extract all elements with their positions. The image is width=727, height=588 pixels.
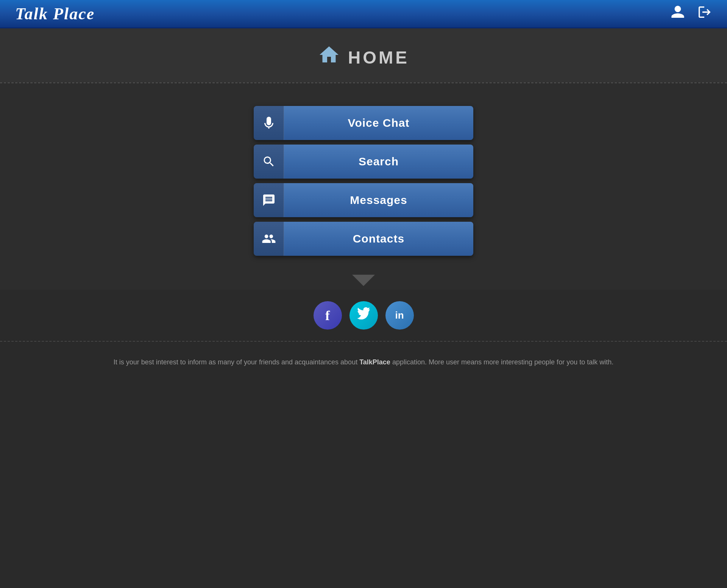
- home-icon: [318, 44, 340, 71]
- chevron-separator: [0, 275, 727, 290]
- voice-chat-icon: [254, 106, 284, 140]
- voice-chat-label: Voice Chat: [284, 106, 473, 140]
- profile-icon[interactable]: [670, 5, 685, 23]
- footer-brand-name: TalkPlace: [359, 358, 390, 366]
- home-title: HOME: [348, 47, 409, 68]
- messages-label: Messages: [284, 183, 473, 217]
- search-label: Search: [284, 145, 473, 179]
- logo: Talk Place: [15, 4, 95, 23]
- footer-text-after: application. More user means more intere…: [390, 358, 613, 366]
- logout-icon[interactable]: [697, 5, 712, 23]
- search-button[interactable]: Search: [254, 145, 473, 179]
- search-icon: [254, 145, 284, 179]
- facebook-button[interactable]: f: [314, 301, 342, 330]
- facebook-icon: f: [325, 308, 330, 324]
- main-menu: Voice Chat Search Messages Contacts: [0, 83, 727, 275]
- social-section: f in: [0, 290, 727, 341]
- linkedin-icon: in: [395, 310, 404, 321]
- twitter-button[interactable]: [349, 301, 378, 330]
- contacts-button[interactable]: Contacts: [254, 222, 473, 256]
- header-icons: [670, 5, 712, 23]
- footer-text: It is your best interest to inform as ma…: [0, 342, 727, 390]
- footer-text-before: It is your best interest to inform as ma…: [114, 358, 359, 366]
- svg-marker-0: [352, 275, 375, 286]
- contacts-icon: [254, 222, 284, 256]
- voice-chat-button[interactable]: Voice Chat: [254, 106, 473, 140]
- twitter-icon: [357, 307, 370, 324]
- contacts-label: Contacts: [284, 222, 473, 256]
- linkedin-button[interactable]: in: [385, 301, 414, 330]
- messages-button[interactable]: Messages: [254, 183, 473, 217]
- header: Talk Place: [0, 0, 727, 28]
- messages-icon: [254, 183, 284, 217]
- home-section: HOME: [0, 28, 727, 82]
